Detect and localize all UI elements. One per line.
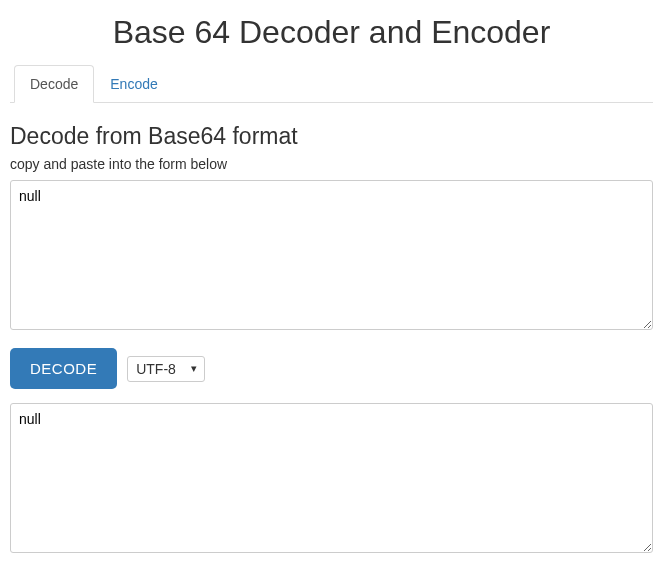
- input-textarea[interactable]: [10, 180, 653, 330]
- tab-encode[interactable]: Encode: [94, 65, 173, 103]
- output-textarea[interactable]: [10, 403, 653, 553]
- page-title: Base 64 Decoder and Encoder: [10, 14, 653, 51]
- tab-decode[interactable]: Decode: [14, 65, 94, 103]
- decode-button[interactable]: DECODE: [10, 348, 117, 389]
- instruction-text: copy and paste into the form below: [10, 156, 653, 172]
- charset-select-wrap: UTF-8: [127, 356, 205, 382]
- charset-select[interactable]: UTF-8: [127, 356, 205, 382]
- section-heading: Decode from Base64 format: [10, 123, 653, 150]
- tab-bar: Decode Encode: [10, 65, 653, 103]
- controls-row: DECODE UTF-8: [10, 348, 653, 389]
